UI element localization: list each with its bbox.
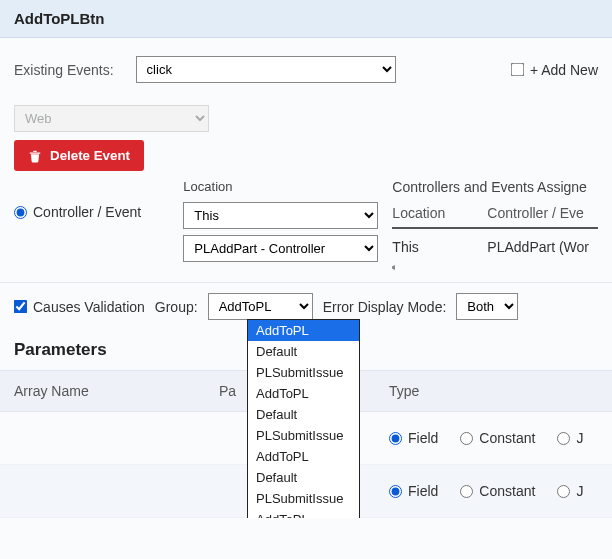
group-option[interactable]: Default <box>248 341 359 362</box>
type-label: Field <box>408 430 438 446</box>
controller-select[interactable]: PLAddPart - Controller <box>183 235 378 262</box>
col-type: Type <box>389 383 598 399</box>
group-option[interactable]: Default <box>248 404 359 425</box>
type-radio-field[interactable] <box>389 432 402 445</box>
group-option[interactable]: PLSubmitIssue <box>248 488 359 509</box>
group-option[interactable]: AddToPL <box>248 383 359 404</box>
controller-event-radio-label: Controller / Event <box>33 204 141 220</box>
add-new-label: + Add New <box>530 62 598 78</box>
param-type-options: FieldConstantJ <box>389 430 583 446</box>
col-array-name: Array Name <box>14 383 219 399</box>
event-panel: Web Delete Event Controller / Event Loca… <box>0 105 612 282</box>
validation-row: Causes Validation Group: AddToPL Error D… <box>0 282 612 326</box>
causes-validation[interactable]: Causes Validation <box>14 299 145 315</box>
add-new-event[interactable]: + Add New <box>511 62 598 78</box>
type-option-trailing[interactable]: J <box>557 483 583 499</box>
error-mode-label: Error Display Mode: <box>323 299 447 315</box>
group-dropdown-open[interactable]: AddToPLDefaultPLSubmitIssueAddToPLDefaul… <box>247 319 360 518</box>
group-option[interactable]: Default <box>248 467 359 488</box>
trash-icon <box>28 149 42 163</box>
type-label: J <box>576 483 583 499</box>
type-label: Field <box>408 483 438 499</box>
scope-select[interactable]: Web <box>14 105 209 132</box>
group-select[interactable]: AddToPL <box>208 293 313 320</box>
delete-event-button[interactable]: Delete Event <box>14 140 144 171</box>
type-label: Constant <box>479 483 535 499</box>
type-radio-constant[interactable] <box>460 432 473 445</box>
delete-event-label: Delete Event <box>50 148 130 163</box>
type-radio-field[interactable] <box>389 485 402 498</box>
type-radio-constant[interactable] <box>460 485 473 498</box>
causes-validation-label: Causes Validation <box>33 299 145 315</box>
existing-events-label: Existing Events: <box>14 62 114 78</box>
location-block: Location This PLAddPart - Controller <box>183 179 378 262</box>
location-select[interactable]: This <box>183 202 378 229</box>
group-option[interactable]: AddToPL <box>248 320 359 341</box>
group-option[interactable]: PLSubmitIssue <box>248 362 359 383</box>
group-label: Group: <box>155 299 198 315</box>
causes-validation-checkbox[interactable] <box>14 300 28 314</box>
assigned-col-location: Location <box>392 205 487 221</box>
type-option-field[interactable]: Field <box>389 483 438 499</box>
assigned-row-location: This <box>392 239 487 255</box>
assigned-title: Controllers and Events Assigne <box>392 179 598 195</box>
type-radio-trailing[interactable] <box>557 432 570 445</box>
collapse-icon[interactable]: ◂ <box>392 261 598 272</box>
type-radio-trailing[interactable] <box>557 485 570 498</box>
page-title: AddToPLBtn <box>0 0 612 38</box>
controller-event-radio[interactable]: Controller / Event <box>14 204 141 220</box>
type-label: J <box>576 430 583 446</box>
assigned-col-controller: Controller / Eve <box>487 205 583 221</box>
assigned-panel: Controllers and Events Assigne Location … <box>392 179 598 272</box>
type-option-constant[interactable]: Constant <box>460 430 535 446</box>
existing-events-select[interactable]: click <box>136 56 396 83</box>
param-type-options: FieldConstantJ <box>389 483 583 499</box>
controller-event-radio-input[interactable] <box>14 206 27 219</box>
type-label: Constant <box>479 430 535 446</box>
assigned-row: This PLAddPart (Wor <box>392 229 598 257</box>
group-option[interactable]: PLSubmitIssue <box>248 425 359 446</box>
assigned-header: Location Controller / Eve <box>392 205 598 229</box>
error-mode-select[interactable]: Both <box>456 293 518 320</box>
group-option[interactable]: AddToPL <box>248 509 359 518</box>
location-label: Location <box>183 179 378 194</box>
type-option-constant[interactable]: Constant <box>460 483 535 499</box>
type-option-field[interactable]: Field <box>389 430 438 446</box>
add-new-checkbox[interactable] <box>511 63 525 77</box>
group-option[interactable]: AddToPL <box>248 446 359 467</box>
type-option-trailing[interactable]: J <box>557 430 583 446</box>
assigned-row-controller: PLAddPart (Wor <box>487 239 589 255</box>
existing-events-row: Existing Events: click + Add New <box>0 38 612 97</box>
